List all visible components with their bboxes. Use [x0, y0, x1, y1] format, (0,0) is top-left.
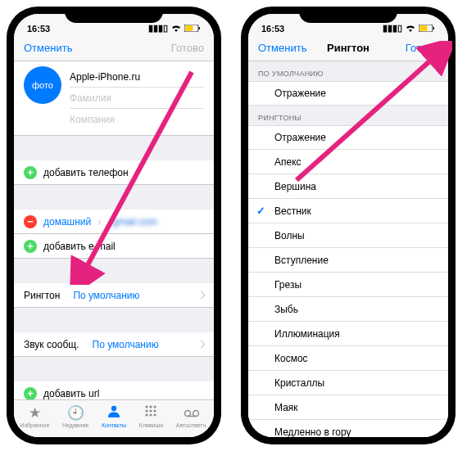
tone-label: Иллюминация: [274, 328, 340, 340]
svg-point-11: [150, 413, 152, 416]
svg-point-9: [154, 409, 156, 412]
chevron-right-icon: [197, 291, 206, 300]
done-button[interactable]: Готово: [389, 42, 438, 54]
tone-label: Отражение: [274, 88, 326, 99]
tab-label: Недавние: [62, 422, 88, 428]
tab-label: Автоответч.: [176, 422, 207, 428]
battery-icon: [419, 24, 435, 34]
ringtone-row[interactable]: Вступление: [248, 248, 448, 273]
cancel-button[interactable]: Отменить: [24, 42, 73, 54]
tone-label: Волны: [274, 230, 305, 241]
ringtone-row[interactable]: Волны: [248, 223, 448, 248]
photo-button[interactable]: фото: [24, 66, 61, 104]
tone-label: Вершина: [274, 181, 316, 192]
section-default: ПО УМОЛЧАНИЮ: [248, 61, 448, 81]
email-row[interactable]: − домашний › gmail.com: [14, 210, 214, 234]
svg-point-4: [146, 405, 148, 408]
ringtone-row[interactable]: Кристаллы: [248, 371, 448, 395]
add-icon: +: [24, 387, 37, 400]
ringtone-row[interactable]: Апекс: [248, 150, 448, 174]
notch: [65, 7, 163, 23]
tab-favorites[interactable]: ★ Избранное: [20, 404, 49, 428]
cancel-button[interactable]: Отменить: [258, 42, 307, 54]
content-right[interactable]: ПО УМОЛЧАНИЮ Отражение РИНГТОНЫ Отражени…: [248, 61, 448, 437]
company-field[interactable]: Компания: [70, 109, 204, 130]
tab-label: Контакты: [102, 422, 126, 428]
svg-point-6: [154, 405, 156, 408]
add-icon: +: [24, 166, 37, 179]
ringtone-row[interactable]: Грезы: [248, 273, 448, 297]
keypad-icon: [144, 404, 157, 422]
chevron-right-icon: [197, 341, 206, 349]
ringtone-row[interactable]: Иллюминация: [248, 322, 448, 346]
status-time: 16:53: [27, 24, 50, 34]
tone-label: Вестник: [274, 205, 311, 217]
textsound-row[interactable]: Звук сообщ. По умолчанию: [14, 332, 214, 357]
done-button[interactable]: Готово: [155, 42, 204, 54]
signal-icon: ▮▮▮▯: [383, 23, 402, 34]
svg-point-13: [184, 410, 190, 416]
star-icon: ★: [29, 404, 41, 422]
svg-rect-17: [419, 25, 427, 30]
contact-header: фото Apple-iPhone.ru Фамилия Компания: [14, 61, 214, 136]
ringtone-row[interactable]: Отражение: [248, 125, 448, 150]
svg-point-8: [150, 409, 152, 412]
delete-icon: −: [24, 215, 37, 228]
tone-label: Космос: [274, 353, 308, 364]
ringtone-row[interactable]: Медленно в гору: [248, 420, 448, 437]
check-icon: ✓: [256, 205, 265, 217]
phone-right: 16:53 ▮▮▮▯ Отменить Рингтон Готово ПО УМ…: [241, 7, 456, 444]
wifi-icon: [406, 24, 415, 34]
tone-label: Отражение: [274, 132, 326, 143]
nav-title: Рингтон: [307, 42, 389, 54]
add-icon: +: [24, 240, 37, 253]
tab-label: Избранное: [20, 422, 49, 428]
tab-bar: ★ Избранное 🕘 Недавние Контакты Клавиши: [14, 399, 214, 437]
tab-contacts[interactable]: Контакты: [102, 404, 126, 428]
ringtone-value: По умолчанию: [73, 290, 139, 301]
email-type[interactable]: домашний: [43, 216, 91, 228]
svg-point-14: [193, 410, 198, 416]
ringtone-row[interactable]: Космос: [248, 346, 448, 371]
tone-label: Кристаллы: [274, 377, 324, 389]
add-url-row[interactable]: + добавить url: [14, 381, 214, 399]
tone-label: Зыбь: [274, 304, 298, 315]
status-icons: ▮▮▮▯: [383, 23, 435, 34]
svg-point-3: [111, 406, 116, 411]
add-email-label: добавить e-mail: [43, 241, 116, 252]
tab-keypad[interactable]: Клавиши: [139, 404, 163, 428]
tab-voicemail[interactable]: Автоответч.: [176, 405, 207, 428]
firstname-field[interactable]: Apple-iPhone.ru: [70, 66, 204, 88]
svg-rect-1: [185, 25, 193, 30]
svg-point-7: [146, 409, 148, 412]
tone-label: Вступление: [274, 255, 329, 266]
svg-rect-2: [199, 27, 201, 29]
add-email-row[interactable]: + добавить e-mail: [14, 234, 214, 259]
wifi-icon: [171, 24, 181, 34]
section-ringtones: РИНГТОНЫ: [248, 106, 448, 125]
ringtone-row[interactable]: ✓Вестник: [248, 199, 448, 223]
email-value[interactable]: gmail.com: [112, 216, 157, 228]
svg-point-5: [150, 405, 152, 408]
tone-label: Грезы: [274, 279, 301, 291]
add-phone-row[interactable]: + добавить телефон: [14, 160, 214, 185]
screen-right: 16:53 ▮▮▮▯ Отменить Рингтон Готово ПО УМ…: [248, 14, 448, 437]
lastname-field[interactable]: Фамилия: [70, 88, 204, 109]
ringtone-row[interactable]: Зыбь: [248, 297, 448, 322]
voicemail-icon: [184, 405, 200, 422]
clock-icon: 🕘: [67, 404, 84, 422]
phone-left: 16:53 ▮▮▮▯ Отменить Готово фото Apple-iP…: [7, 7, 221, 444]
ringtone-row[interactable]: Вершина: [248, 174, 448, 199]
tab-label: Клавиши: [139, 422, 163, 428]
tab-recents[interactable]: 🕘 Недавние: [62, 404, 88, 428]
notch: [299, 7, 397, 23]
contact-icon: [107, 404, 121, 422]
nav-bar: Отменить Готово: [14, 35, 214, 61]
ringtone-row[interactable]: Маяк: [248, 395, 448, 420]
signal-icon: ▮▮▮▯: [148, 23, 168, 34]
default-tone-row[interactable]: Отражение: [248, 81, 448, 106]
textsound-value: По умолчанию: [93, 339, 159, 350]
content-left: фото Apple-iPhone.ru Фамилия Компания + …: [14, 61, 214, 399]
ringtone-row[interactable]: Рингтон По умолчанию: [14, 283, 214, 308]
status-time: 16:53: [261, 24, 284, 34]
